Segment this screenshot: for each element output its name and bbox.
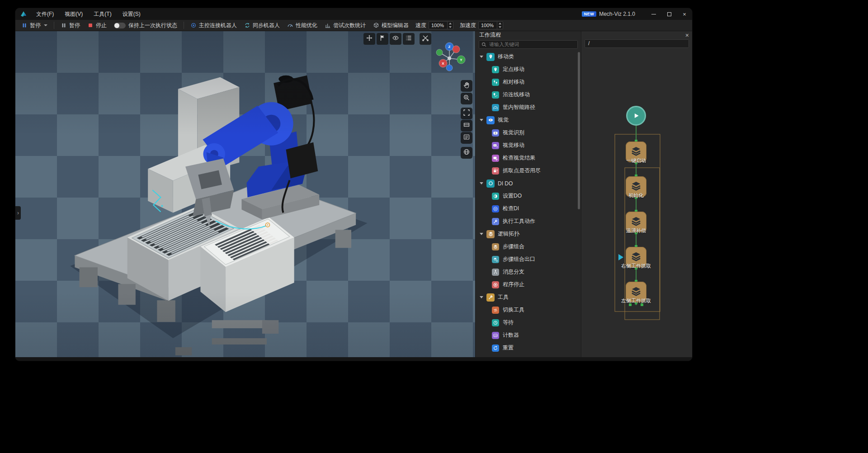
minimize-button[interactable] — [646, 8, 661, 20]
tree-item-3-2[interactable]: 消息分支 — [476, 266, 581, 278]
toolbar-button-2[interactable]: 暂停 — [57, 21, 83, 30]
expand-triangle-icon[interactable] — [480, 182, 483, 184]
flag-marker-button[interactable] — [377, 33, 388, 45]
tree-item-0-0[interactable]: 定点移动 — [476, 63, 581, 76]
list-view-button[interactable] — [403, 33, 415, 45]
dropdown-caret-icon[interactable] — [44, 24, 47, 26]
status-bar — [15, 357, 692, 361]
tree-group-0[interactable]: 移动类 — [476, 51, 581, 63]
tree-item-2-1[interactable]: DI检查DI — [476, 203, 581, 215]
toolbar-button-7[interactable]: 同步机器人 — [241, 21, 283, 30]
tree-item-4-0[interactable]: 切换工具 — [476, 304, 581, 316]
tree-group-3[interactable]: 逻辑拓扑 — [476, 228, 581, 241]
graph-node-2[interactable] — [626, 212, 646, 232]
graph-node-1[interactable] — [626, 176, 646, 197]
toolbar-button-label: 暂停 — [69, 22, 80, 29]
flag-marker-icon — [379, 34, 386, 43]
tree-item-0-3[interactable]: 筐内智能路径 — [476, 101, 581, 114]
close-button[interactable]: × — [677, 8, 692, 20]
orientation-gizmo[interactable]: ZXY — [429, 38, 470, 78]
tree-item-4-1[interactable]: 等待 — [476, 316, 581, 329]
tree-group-2[interactable]: DI DO — [476, 177, 581, 190]
tree-item-4-4[interactable]: 完成检查 — [476, 354, 581, 358]
spin-up-button[interactable] — [497, 22, 503, 25]
menu-item-2[interactable]: 工具(T) — [88, 8, 117, 20]
tree-item-1-2[interactable]: 检查视觉结果 — [476, 152, 581, 165]
visibility-button[interactable] — [390, 33, 401, 45]
spinner-arrows — [447, 22, 453, 29]
spin-down-button[interactable] — [448, 25, 453, 29]
tree-item-4-3[interactable]: 重置 — [476, 342, 581, 354]
toolbar-button-label: 暂停 — [30, 22, 41, 29]
graph-node-4[interactable] — [626, 282, 646, 302]
globe-view-button[interactable] — [461, 147, 472, 159]
spin-down-button[interactable] — [497, 25, 503, 29]
keep-state-toggle[interactable]: 保持上一次执行状态 — [111, 22, 180, 29]
tree-item-0-1[interactable]: 相对移动 — [476, 76, 581, 89]
stats-icon — [325, 22, 331, 28]
tree-item-2-2[interactable]: 执行工具动作 — [476, 215, 581, 228]
left-panel-expander[interactable]: › — [15, 206, 21, 220]
check-done-icon — [492, 357, 499, 358]
tree-item-1-0[interactable]: 视觉识别 — [476, 127, 581, 139]
toolbar-separator — [54, 22, 54, 29]
menu-item-0[interactable]: 文件(F) — [31, 8, 59, 20]
window-title: Mech-Viz 2.1.0 — [599, 11, 635, 17]
menu-bar: 文件(F)视图(V)工具(T)设置(S) — [31, 8, 146, 20]
section-view-icon — [463, 121, 470, 130]
tree-item-3-1[interactable]: 步骤组合出口 — [476, 253, 581, 266]
search-icon — [481, 41, 487, 47]
tree-item-4-2[interactable]: 123计数器 — [476, 329, 581, 342]
graph-node-0[interactable] — [626, 142, 646, 162]
toolbar-button-label: 模型编辑器 — [382, 22, 409, 29]
spin-up-button[interactable] — [448, 22, 453, 25]
tree-scrollbar[interactable] — [578, 52, 580, 209]
menu-item-1[interactable]: 视图(V) — [59, 8, 88, 20]
spinner-value[interactable]: 100% — [479, 22, 497, 29]
expand-triangle-icon[interactable] — [480, 296, 483, 298]
tree-item-label: 步骤组合出口 — [503, 255, 535, 263]
zoom-in-button[interactable] — [461, 93, 472, 104]
tree-item-0-2[interactable]: 沿连线移动 — [476, 89, 581, 101]
search-input[interactable] — [479, 40, 578, 49]
expand-triangle-icon[interactable] — [480, 233, 483, 235]
run-workflow-button[interactable] — [626, 106, 646, 126]
toolbar-button-0[interactable]: 暂停 — [18, 21, 51, 30]
tree-item-3-3[interactable]: 程序停止 — [476, 278, 581, 291]
tree-item-label: 视觉识别 — [503, 129, 524, 137]
toolbar-button-6[interactable]: 主控连接机器人 — [187, 21, 240, 30]
graph-node-3[interactable] — [626, 247, 646, 268]
expand-triangle-icon[interactable] — [480, 56, 483, 58]
toggle-switch[interactable] — [114, 23, 126, 28]
transform-tool-button[interactable] — [363, 33, 375, 45]
toolbar-button-9[interactable]: 尝试次数统计 — [321, 21, 369, 30]
transform-tool-icon — [366, 34, 373, 43]
tree-item-3-0[interactable]: 步骤组合 — [476, 241, 581, 253]
viewport-side-toolbar — [461, 75, 472, 165]
tree-group-4[interactable]: 工具 — [476, 291, 581, 304]
expand-triangle-icon[interactable] — [480, 119, 483, 121]
stop-icon — [87, 22, 94, 28]
tree-item-1-3[interactable]: 抓取点是否用尽 — [476, 165, 581, 177]
tree-item-2-0[interactable]: 设置DO — [476, 190, 581, 203]
menu-item-3[interactable]: 设置(S) — [117, 8, 146, 20]
toolbar-button-3[interactable]: 停止 — [84, 21, 110, 30]
tree-item-1-1[interactable]: 视觉移动 — [476, 139, 581, 152]
toolbar-button-8[interactable]: 性能优化 — [284, 21, 321, 30]
pan-hand-button[interactable] — [461, 80, 472, 92]
section-view-button[interactable] — [461, 120, 472, 132]
fit-view-button[interactable] — [461, 108, 472, 119]
svg-text:Z: Z — [448, 45, 451, 49]
clock-icon — [492, 319, 499, 326]
step-group-icon — [630, 250, 642, 264]
current-step-marker-icon — [618, 254, 623, 260]
tree-group-label: DI DO — [498, 180, 513, 187]
spinner-value[interactable]: 100% — [429, 22, 447, 29]
toolbar-separator — [184, 22, 184, 29]
maximize-button[interactable] — [661, 8, 677, 20]
toolbar-button-10[interactable]: 模型编辑器 — [370, 21, 412, 30]
tree-group-1[interactable]: 视觉 — [476, 114, 581, 127]
panel-list-button[interactable] — [461, 132, 472, 144]
viewport-3d[interactable]: ZXY › — [15, 31, 475, 357]
toggle-knob — [114, 23, 119, 28]
